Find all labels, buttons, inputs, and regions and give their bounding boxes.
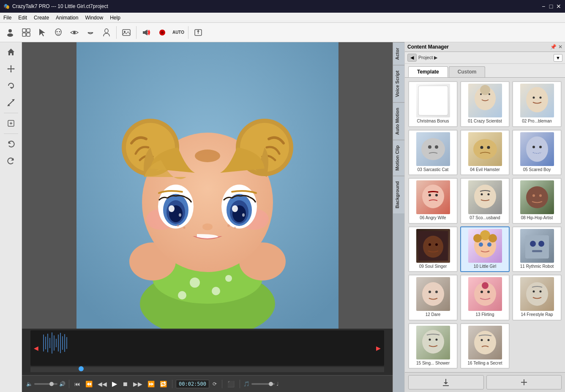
maximize-button[interactable]: □ bbox=[548, 3, 554, 9]
svg-rect-82 bbox=[62, 336, 63, 350]
svg-rect-74 bbox=[45, 337, 46, 349]
svg-point-132 bbox=[482, 282, 489, 289]
grid-item-9[interactable]: 09 Soul Singer bbox=[408, 226, 458, 272]
grid-item-thumb-11 bbox=[520, 229, 554, 263]
time-display: 00:02:500 bbox=[176, 380, 209, 388]
cm-header-controls[interactable]: 📌 ✕ bbox=[550, 44, 562, 50]
cm-close-button[interactable]: ✕ bbox=[558, 44, 562, 50]
profile-button[interactable] bbox=[99, 25, 114, 40]
minimize-button[interactable]: − bbox=[540, 3, 546, 9]
prev-frame-button[interactable]: ◀◀ bbox=[96, 380, 109, 388]
volume-slider-thumb[interactable] bbox=[49, 382, 54, 386]
svg-point-43 bbox=[225, 275, 232, 282]
redo-button[interactable] bbox=[3, 153, 19, 169]
grid-item-8[interactable]: 08 Hip-Hop Artist bbox=[512, 178, 562, 224]
grid-item-16[interactable]: 16 Telling a Secret bbox=[460, 323, 510, 369]
step-back-button[interactable]: ⏪ bbox=[84, 380, 94, 388]
grid-item-15[interactable]: 15 Sing... Shower bbox=[408, 323, 458, 369]
grid-item-14[interactable]: 14 Freestyle Rap bbox=[512, 275, 562, 321]
grid-item-4[interactable]: 04 Evil Hamster bbox=[460, 130, 510, 176]
rotate-tool-button[interactable] bbox=[3, 78, 19, 94]
eye-button[interactable] bbox=[67, 25, 82, 40]
cursor-button[interactable] bbox=[35, 25, 50, 40]
grid-item-thumb-8 bbox=[520, 180, 554, 214]
tempo-slider[interactable] bbox=[251, 383, 275, 385]
template-tab[interactable]: Template bbox=[408, 66, 448, 77]
rewind-to-start-button[interactable]: ⏮ bbox=[73, 380, 82, 388]
grid-item-label-3: 03 Sarcastic Cat bbox=[418, 167, 448, 172]
auto-button[interactable]: AUTO bbox=[171, 25, 186, 40]
home-tool-button[interactable] bbox=[3, 44, 19, 60]
svg-rect-83 bbox=[64, 334, 65, 352]
export-button[interactable] bbox=[191, 25, 206, 40]
main-layout: ◀ ▶ bbox=[0, 42, 565, 392]
right-section: Actor Voice Script Auto Motion Motion Cl… bbox=[393, 42, 565, 392]
head-button[interactable] bbox=[51, 25, 66, 40]
grid-item-5[interactable]: 05 Scared Boy bbox=[512, 130, 562, 176]
tempo-low-icon: 🎵 bbox=[243, 381, 250, 387]
menu-edit[interactable]: Edit bbox=[15, 14, 30, 22]
scale-tool-button[interactable] bbox=[3, 95, 19, 111]
menu-file[interactable]: File bbox=[0, 14, 15, 22]
add-button[interactable] bbox=[486, 375, 562, 389]
sync-button[interactable]: ⟳ bbox=[211, 380, 218, 388]
menu-animation[interactable]: Animation bbox=[52, 14, 82, 22]
cm-path: Project ▶ bbox=[418, 55, 437, 60]
record-button[interactable] bbox=[155, 25, 170, 40]
step-forward-button[interactable]: ⏩ bbox=[146, 380, 156, 388]
grid-item-2[interactable]: 02 Pro...bleman bbox=[512, 81, 562, 127]
svg-point-65 bbox=[183, 227, 185, 229]
motion-clip-tab[interactable]: Motion Clip bbox=[393, 140, 404, 176]
cm-pin-button[interactable]: 📌 bbox=[550, 44, 557, 50]
svg-point-90 bbox=[526, 87, 548, 112]
stop-button[interactable]: ⏹ bbox=[120, 380, 130, 388]
svg-point-89 bbox=[489, 93, 490, 95]
cm-back-button[interactable]: ◀ bbox=[407, 54, 417, 62]
actor-button[interactable] bbox=[3, 25, 18, 40]
download-button[interactable] bbox=[408, 375, 484, 389]
grid-item-6[interactable]: 06 Angry Wife bbox=[408, 178, 458, 224]
svg-point-133 bbox=[526, 282, 548, 306]
mouth-button[interactable] bbox=[83, 25, 98, 40]
playhead-marker[interactable] bbox=[79, 366, 84, 371]
tempo-slider-thumb[interactable] bbox=[269, 382, 273, 386]
menu-help[interactable]: Help bbox=[106, 14, 124, 22]
undo-button[interactable] bbox=[3, 136, 19, 152]
auto-motion-tab[interactable]: Auto Motion bbox=[393, 102, 404, 140]
timeline-track[interactable]: ◀ ▶ bbox=[30, 330, 384, 366]
background-tab[interactable]: Background bbox=[393, 176, 404, 213]
custom-tab[interactable]: Custom bbox=[449, 66, 486, 77]
grid-item-label-6: 06 Angry Wife bbox=[420, 215, 446, 220]
svg-point-61 bbox=[232, 205, 238, 212]
menu-create[interactable]: Create bbox=[30, 14, 52, 22]
next-frame-button[interactable]: ▶▶ bbox=[131, 380, 144, 388]
grid-item-12[interactable]: 12 Dare bbox=[408, 275, 458, 321]
scrubber-bar[interactable] bbox=[30, 367, 384, 372]
grid-item-0[interactable]: Christmas Bonus bbox=[408, 81, 458, 127]
close-button[interactable]: ✕ bbox=[556, 3, 562, 9]
menu-window[interactable]: Window bbox=[82, 14, 106, 22]
svg-rect-4 bbox=[22, 33, 26, 36]
svg-point-127 bbox=[429, 291, 431, 293]
title-bar-controls[interactable]: − □ ✕ bbox=[540, 3, 562, 9]
content-manager-panel: Content Manager 📌 ✕ ◀ Project ▶ ▼ Templa… bbox=[404, 42, 565, 392]
fit-tool-button[interactable] bbox=[3, 115, 19, 131]
move-tool-button[interactable] bbox=[3, 61, 19, 77]
volume-slider[interactable] bbox=[34, 383, 57, 385]
loop-button[interactable]: 🔁 bbox=[158, 380, 169, 388]
grid-item-11[interactable]: 11 Rythmic Robot bbox=[512, 226, 562, 272]
grid-item-7[interactable]: 07 Sco...usband bbox=[460, 178, 510, 224]
image-button[interactable] bbox=[119, 25, 134, 40]
grid-item-13[interactable]: 13 Flirting bbox=[460, 275, 510, 321]
viewport[interactable] bbox=[22, 42, 393, 329]
grid-item-10[interactable]: 10 Little Girl bbox=[460, 226, 510, 272]
grid-item-1[interactable]: 01 Crazy Scientist bbox=[460, 81, 510, 127]
voice-script-tab[interactable]: Voice Script bbox=[393, 65, 404, 102]
audio-button[interactable] bbox=[139, 25, 154, 40]
play-button[interactable]: ▶ bbox=[110, 379, 119, 389]
actor-tab[interactable]: Actor bbox=[393, 42, 404, 65]
grid-button[interactable] bbox=[19, 25, 34, 40]
cm-dropdown-button[interactable]: ▼ bbox=[554, 54, 562, 62]
record-timeline-button[interactable]: ⬛ bbox=[226, 380, 236, 388]
grid-item-3[interactable]: 03 Sarcastic Cat bbox=[408, 130, 458, 176]
